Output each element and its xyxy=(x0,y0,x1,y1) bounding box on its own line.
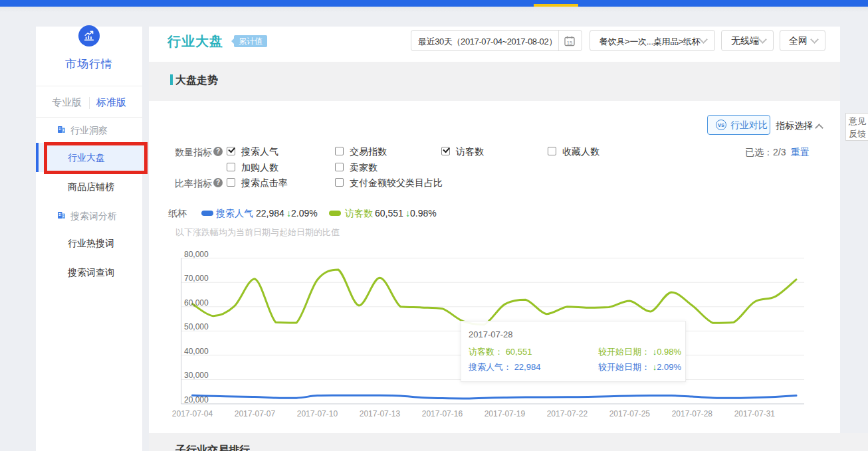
sidebar-item-label: 行业热搜词 xyxy=(68,228,142,258)
active-indicator xyxy=(36,143,39,172)
reset-button[interactable]: 重置 xyxy=(791,147,810,159)
legend-category: 纸杯 xyxy=(168,208,187,220)
checkbox-unchecked[interactable] xyxy=(548,147,556,155)
section-title-text: 大盘走势 xyxy=(175,74,218,86)
checkbox-unchecked[interactable] xyxy=(335,147,344,155)
legend-series-visitors[interactable]: 访客数 xyxy=(345,208,373,220)
vs-icon: vs xyxy=(716,120,726,130)
sidebar-item-label: 搜索词查询 xyxy=(68,258,142,287)
legend-visitors-delta: ↓0.98% xyxy=(405,208,437,219)
chevron-down-icon xyxy=(758,35,767,44)
checkbox-checked[interactable] xyxy=(441,147,450,155)
scope-value: 全网 xyxy=(789,35,808,47)
chevron-down-icon xyxy=(699,35,708,44)
y-axis-tick: 50,000 xyxy=(184,322,209,331)
y-axis-tick: 40,000 xyxy=(184,347,209,356)
help-icon[interactable]: ? xyxy=(213,178,223,187)
tab-professional-version[interactable]: 专业版 xyxy=(52,96,82,109)
quantity-metrics-label: 数量指标 xyxy=(175,147,212,159)
section-band xyxy=(149,433,868,451)
chart-tooltip: 2017-07-28 访客数： 60,551 较开始日期： ↓0.98% 搜索人… xyxy=(461,321,686,382)
selected-count: 已选：2/3 xyxy=(745,147,786,159)
tooltip-date: 2017-07-28 xyxy=(469,329,513,339)
tag-label: 累计值 xyxy=(239,37,263,46)
sidebar-item-product-shop-rank[interactable]: 商品店铺榜 xyxy=(36,172,142,201)
checkbox-label: 卖家数 xyxy=(350,162,378,174)
legend-search-value: 22,984 xyxy=(256,208,284,219)
checkbox-unchecked[interactable] xyxy=(335,163,344,171)
building-icon xyxy=(57,125,66,135)
x-axis-tick: 2017-07-25 xyxy=(601,409,657,418)
y-axis-tick: 70,000 xyxy=(184,274,209,283)
sidebar: 市场行情 专业版 标准版 行业洞察 行业大盘 商品店铺榜 搜索词分析 行业热搜词… xyxy=(36,27,142,451)
divider xyxy=(36,86,142,86)
sidebar-item-label: 商品店铺榜 xyxy=(68,172,142,201)
active-tab-indicator xyxy=(534,4,578,7)
tooltip-search-delta: 较开始日期： ↓2.09% xyxy=(598,361,681,373)
checkbox-checked[interactable] xyxy=(227,147,235,155)
app-title: 市场行情 xyxy=(36,56,142,72)
checkbox-label: 交易指数 xyxy=(350,146,387,158)
market-trend-icon xyxy=(78,25,100,46)
x-axis-tick: 2017-07-04 xyxy=(165,409,221,418)
x-axis-tick: 2017-07-13 xyxy=(352,409,407,418)
series-line-search-popularity xyxy=(193,395,797,399)
help-icon[interactable]: ? xyxy=(213,147,223,156)
x-axis-tick: 2017-07-22 xyxy=(539,409,595,418)
terminal-select[interactable]: 无线端 xyxy=(721,30,774,51)
legend-visitors-value: 60,551 xyxy=(375,208,403,219)
top-navigation-bar xyxy=(0,0,868,7)
terminal-value: 无线端 xyxy=(731,35,759,47)
checkbox-label: 收藏人数 xyxy=(562,146,599,158)
y-axis-tick: 80,000 xyxy=(184,250,209,259)
sidebar-group-label: 行业洞察 xyxy=(70,125,108,137)
feedback-tab[interactable]: 意见 反馈 xyxy=(845,113,868,141)
checkbox-label: 搜索点击率 xyxy=(241,177,288,189)
arrow-down-icon: ↓ xyxy=(405,208,410,219)
section-title-text: 子行业交易排行 xyxy=(175,444,250,451)
compare-label: 行业对比 xyxy=(730,120,768,132)
legend-series-search[interactable]: 搜索人气 xyxy=(216,208,253,220)
sidebar-item-industry-hot-words[interactable]: 行业热搜词 xyxy=(36,228,142,258)
industry-compare-button[interactable]: vs 行业对比 xyxy=(707,115,770,135)
sidebar-item-search-word-query[interactable]: 搜索词查询 xyxy=(36,258,142,287)
legend-pill-visitors[interactable] xyxy=(329,211,341,216)
y-axis-tick: 30,000 xyxy=(184,371,209,380)
topbar-shadow xyxy=(0,7,868,12)
date-range-value: 最近30天（2017-07-04~2017-08-02） xyxy=(418,36,557,48)
x-axis-tick: 2017-07-28 xyxy=(664,409,720,418)
chevron-up-icon[interactable] xyxy=(815,124,823,132)
divider xyxy=(36,117,142,118)
x-axis-tick: 2017-07-07 xyxy=(227,409,282,418)
tooltip-visitors: 访客数： 60,551 xyxy=(469,346,532,358)
legend-search-delta: ↓2.09% xyxy=(286,208,318,219)
divider xyxy=(89,97,90,109)
section-title-subindustry: 子行业交易排行 xyxy=(175,444,250,451)
tag-notch xyxy=(229,39,234,44)
scope-select[interactable]: 全网 xyxy=(780,30,825,51)
y-axis-tick: 20,000 xyxy=(184,395,209,405)
sidebar-group-label: 搜索词分析 xyxy=(70,211,117,223)
date-range-select[interactable]: 最近30天（2017-07-04~2017-08-02） 15 xyxy=(411,30,582,51)
legend-pill-search[interactable] xyxy=(201,211,213,216)
divider xyxy=(558,31,559,50)
main-panel: 行业大盘 累计值 最近30天（2017-07-04~2017-08-02） 15… xyxy=(149,27,840,451)
checkbox-label: 搜索人气 xyxy=(241,146,278,158)
calendar-icon[interactable]: 15 xyxy=(564,35,576,47)
chart-legend: 纸杯 搜索人气 22,984 ↓2.09% 访客数 60,551 ↓0.98% xyxy=(149,207,840,219)
series-line-visitors xyxy=(193,270,797,325)
feedback-label: 意见 xyxy=(846,115,868,128)
page-title: 行业大盘 xyxy=(167,33,223,50)
checkbox-label: 加购人数 xyxy=(241,162,278,174)
cumulative-value-tag: 累计值 xyxy=(234,35,267,47)
tab-standard-version[interactable]: 标准版 xyxy=(96,96,126,109)
page-header: 行业大盘 累计值 最近30天（2017-07-04~2017-08-02） 15… xyxy=(149,27,840,62)
checkbox-unchecked[interactable] xyxy=(227,163,235,171)
category-select[interactable]: 餐饮具>一次...桌用品>纸杯 xyxy=(590,30,715,51)
section-marker xyxy=(170,74,173,85)
checkbox-unchecked[interactable] xyxy=(335,178,344,187)
metric-select-toggle[interactable]: 指标选择 xyxy=(776,120,813,132)
checkbox-unchecked[interactable] xyxy=(227,178,235,187)
arrow-down-icon: ↓ xyxy=(286,208,291,219)
building-icon xyxy=(57,211,66,221)
